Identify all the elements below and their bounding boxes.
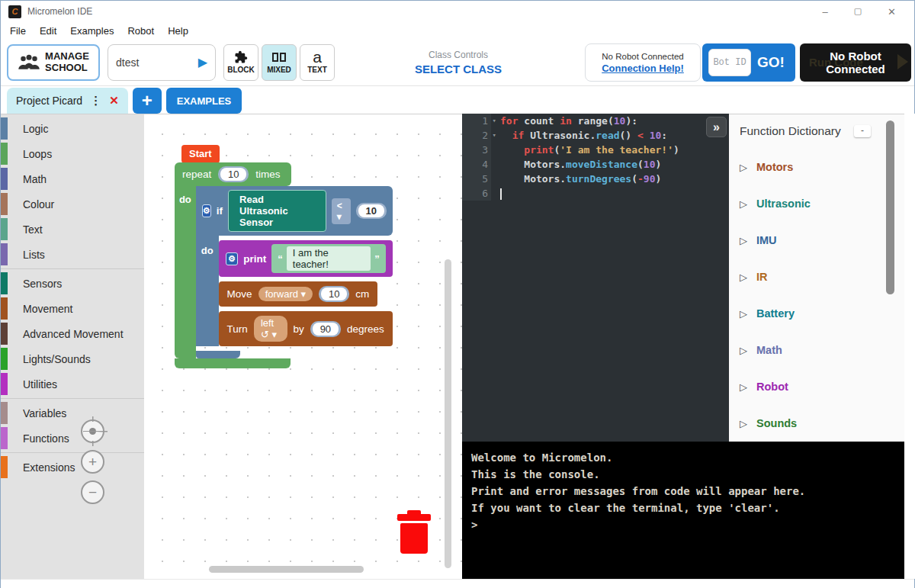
mutator-gear-icon[interactable]: ⚙: [202, 204, 211, 217]
palette-item-lists[interactable]: Lists: [1, 242, 144, 267]
editor-line[interactable]: 2▾ if Ultrasonic.read() < 10:: [462, 128, 729, 143]
zoom-in-button[interactable]: +: [81, 450, 104, 474]
block-print[interactable]: ⚙ print “ I am the teacher! ”: [219, 240, 393, 277]
view-mode-mixed-button[interactable]: MIXED: [262, 44, 297, 81]
zoom-out-button[interactable]: −: [81, 480, 104, 504]
palette-item-colour[interactable]: Colour: [1, 191, 144, 217]
manage-school-label-1: MANAGE: [45, 51, 89, 62]
block-read-ultrasonic[interactable]: Read Ultrasonic Sensor: [228, 190, 326, 232]
fold-icon[interactable]: ▾: [493, 128, 496, 143]
block-string[interactable]: “ I am the teacher! ”: [271, 244, 385, 273]
editor-line[interactable]: 6: [462, 186, 729, 201]
menu-item-file[interactable]: File: [10, 25, 26, 37]
window-maximize-button[interactable]: ▢: [854, 6, 862, 18]
zoom-reset-button[interactable]: [81, 419, 104, 443]
editor-line[interactable]: 3 print('I am the teacher!'): [462, 143, 729, 157]
palette-label: Advanced Movement: [23, 328, 124, 340]
palette-item-sensors[interactable]: Sensors: [1, 271, 144, 296]
add-tab-button[interactable]: +: [133, 88, 162, 114]
console-terminal[interactable]: Welcome to Micromelon.This is the consol…: [462, 442, 904, 579]
manage-school-button[interactable]: MANAGE SCHOOL: [7, 44, 100, 81]
palette-item-lights-sounds[interactable]: Lights/Sounds: [1, 346, 144, 371]
expand-triangle-icon[interactable]: ▷: [740, 162, 747, 173]
expand-triangle-icon[interactable]: ▷: [740, 272, 747, 283]
function-dictionary-title: Function Dictionary: [740, 124, 841, 138]
block-turn[interactable]: Turn left ↺ ▾ by 90 degrees: [219, 311, 393, 346]
dictionary-item-motors[interactable]: ▷Motors: [729, 149, 904, 185]
expand-triangle-icon[interactable]: ▷: [740, 418, 747, 429]
tab-project-picard[interactable]: Project Picard ⋮ ✕: [7, 88, 128, 114]
blockly-workspace[interactable]: Start repeat 10 times do ⚙ if Read Ultr: [144, 114, 462, 579]
block-repeat[interactable]: repeat 10 times do ⚙ if Read Ultrasonic …: [175, 162, 393, 368]
examples-button[interactable]: EXAMPLES: [166, 88, 242, 114]
title-bar: C Micromelon IDE – ▢ ✕: [1, 1, 914, 22]
tab-menu-icon[interactable]: ⋮: [90, 94, 101, 108]
window-close-button[interactable]: ✕: [888, 6, 896, 18]
project-name[interactable]: dtest: [116, 56, 198, 69]
move-direction-dropdown[interactable]: forward ▾: [258, 287, 313, 301]
trash-icon[interactable]: [397, 514, 431, 554]
menu-item-robot[interactable]: Robot: [127, 25, 154, 37]
expand-triangle-icon[interactable]: ▷: [740, 235, 747, 246]
go-button[interactable]: GO!: [757, 54, 785, 71]
menu-item-help[interactable]: Help: [168, 25, 188, 37]
dictionary-item-imu[interactable]: ▷IMU: [729, 222, 904, 259]
view-mode-block-button[interactable]: BLOCK: [223, 44, 258, 81]
dictionary-scrollbar[interactable]: [886, 120, 894, 294]
select-class-button[interactable]: SELECT CLASS: [415, 63, 502, 76]
collapse-dictionary-button[interactable]: »: [706, 117, 727, 137]
palette-item-variables[interactable]: Variables: [1, 400, 144, 426]
repeat-count-field[interactable]: 10: [220, 168, 246, 181]
dictionary-item-ir[interactable]: ▷IR: [729, 259, 904, 295]
palette-item-math[interactable]: Math: [1, 166, 144, 191]
print-gear-icon[interactable]: ⚙: [226, 252, 239, 265]
minimize-dictionary-button[interactable]: -: [854, 125, 871, 137]
block-start[interactable]: Start: [181, 145, 220, 163]
dictionary-item-robot[interactable]: ▷Robot: [729, 368, 904, 405]
block-move[interactable]: Move forward ▾ 10 cm: [219, 281, 378, 307]
move-value-field[interactable]: 10: [321, 288, 347, 300]
expand-triangle-icon[interactable]: ▷: [740, 381, 747, 393]
connection-help-link[interactable]: Connection Help!: [602, 63, 684, 74]
view-mode-text-button[interactable]: aTEXT: [300, 44, 335, 81]
palette-item-movement[interactable]: Movement: [1, 296, 144, 321]
dictionary-item-math[interactable]: ▷Math: [729, 332, 904, 368]
comparator-dropdown[interactable]: < ▾: [332, 198, 351, 224]
turn-value-field[interactable]: 90: [313, 323, 339, 336]
run-code-button[interactable]: Run Code No RobotConnected: [800, 43, 911, 82]
tab-close-icon[interactable]: ✕: [109, 94, 119, 108]
editor-line[interactable]: 5 Motors.turnDegrees(-90): [462, 172, 729, 186]
project-play-icon[interactable]: ▶: [198, 55, 207, 69]
window-minimize-button[interactable]: –: [822, 6, 827, 18]
palette-item-loops[interactable]: Loops: [1, 141, 144, 166]
workspace-horizontal-scrollbar[interactable]: [209, 566, 364, 573]
dictionary-item-sounds[interactable]: ▷Sounds: [729, 405, 904, 442]
palette-item-utilities[interactable]: Utilities: [1, 371, 144, 397]
turn-unit-label: degrees: [347, 323, 384, 335]
string-value-field[interactable]: I am the teacher!: [287, 246, 371, 271]
workspace-vertical-scrollbar[interactable]: [445, 259, 451, 568]
palette-item-text[interactable]: Text: [1, 217, 144, 242]
palette-item-extensions[interactable]: Extensions: [1, 455, 144, 480]
bot-id-input[interactable]: [708, 49, 751, 76]
fold-icon[interactable]: ▾: [493, 114, 496, 128]
palette-item-logic[interactable]: Logic: [1, 116, 144, 141]
expand-triangle-icon[interactable]: ▷: [740, 308, 747, 320]
menu-item-edit[interactable]: Edit: [40, 25, 56, 37]
editor-line[interactable]: 4 Motors.moveDistance(10): [462, 157, 729, 172]
compare-value-field[interactable]: 10: [358, 204, 384, 217]
expand-triangle-icon[interactable]: ▷: [740, 198, 747, 210]
palette-item-advanced-movement[interactable]: Advanced Movement: [1, 321, 144, 346]
code-editor[interactable]: 1▾for count in range(10):2▾ if Ultrasoni…: [462, 114, 729, 442]
menu-item-examples[interactable]: Examples: [70, 25, 114, 37]
palette-color-bar: [1, 168, 8, 190]
palette-item-functions[interactable]: Functions: [1, 426, 144, 451]
project-name-box[interactable]: dtest ▶: [108, 44, 216, 81]
editor-line[interactable]: 1▾for count in range(10):: [462, 114, 729, 128]
block-if[interactable]: ⚙ if Read Ultrasonic Sensor < ▾ 10 do: [196, 186, 393, 358]
turn-direction-dropdown[interactable]: left ↺ ▾: [254, 316, 287, 342]
by-label: by: [294, 323, 304, 335]
expand-triangle-icon[interactable]: ▷: [740, 345, 747, 356]
dictionary-item-battery[interactable]: ▷Battery: [729, 295, 904, 332]
dictionary-item-ultrasonic[interactable]: ▷Ultrasonic: [729, 185, 904, 222]
